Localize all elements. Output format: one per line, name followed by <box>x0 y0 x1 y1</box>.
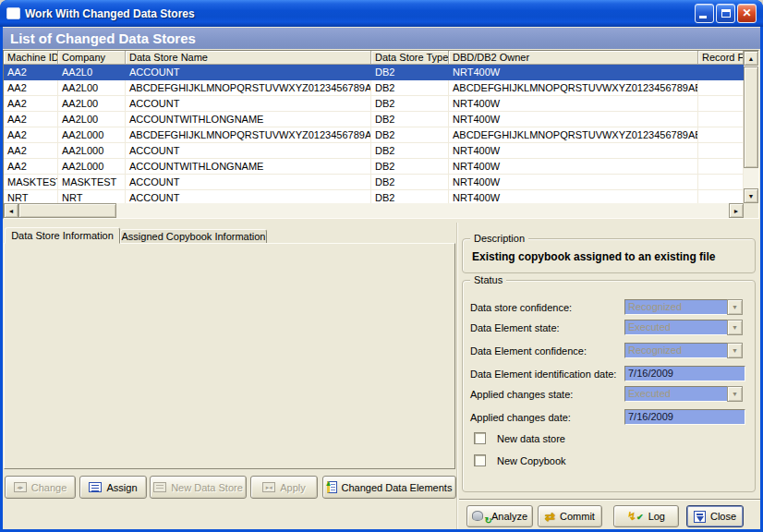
table-cell <box>698 127 744 142</box>
table-cell: DB2 <box>371 65 449 79</box>
minimize-button[interactable] <box>695 4 714 23</box>
scroll-up-button[interactable]: ▲ <box>744 51 758 66</box>
table-cell <box>698 143 744 158</box>
dropdown-arrow-icon: ▼ <box>727 320 743 335</box>
table-cell: DB2 <box>371 112 449 127</box>
scroll-down-button[interactable]: ▼ <box>744 188 758 203</box>
close-dialog-button[interactable]: Close <box>686 505 744 527</box>
tab-assigned-copybook-information[interactable]: Assigned Copybook Information <box>120 229 267 244</box>
analyze-icon: ↻ <box>472 511 487 523</box>
column-header[interactable]: Machine ID <box>4 51 58 64</box>
commit-button[interactable]: ⇄ Commit <box>538 505 602 527</box>
table-cell: AA2 <box>4 112 58 127</box>
client-area: List of Changed Data Stores Machine IDCo… <box>3 27 760 529</box>
log-button[interactable]: ↯✔ Log <box>613 505 679 527</box>
data-element-identification-date-field[interactable]: 7/16/2009 <box>624 366 745 381</box>
data-element-identification-date-label: Data Element identification date: <box>470 369 616 380</box>
column-header[interactable]: DBD/DB2 Owner <box>449 51 698 64</box>
arrow-up-icon: ▲ <box>748 55 755 62</box>
data-element-confidence-label: Data Element confidence: <box>470 345 587 357</box>
close-dialog-icon <box>694 511 706 523</box>
table-row[interactable]: AA2AA2L00ACCOUNTDB2NRT400W <box>4 96 744 112</box>
new-data-store-button-label: New Data Store <box>171 482 243 493</box>
scrollbar-corner <box>744 203 758 218</box>
table-cell: DB2 <box>371 159 449 174</box>
table-cell: DB2 <box>371 175 449 189</box>
table-cell: MASKTEST <box>4 175 58 189</box>
table-cell: AA2 <box>4 96 58 111</box>
app-window: Work With Changed Data Stores ✕ List of … <box>0 0 763 532</box>
table-cell: AA2 <box>4 65 58 79</box>
change-button: ◂▸ Change <box>5 476 76 499</box>
table-cell <box>698 96 744 111</box>
table-cell: NRT400W <box>449 175 698 189</box>
table-cell <box>698 65 744 79</box>
table-cell: DB2 <box>371 80 449 95</box>
horizontal-scroll-thumb[interactable] <box>18 203 116 218</box>
column-header[interactable]: Company <box>58 51 126 64</box>
data-store-confidence-combo: Recognized ▼ <box>624 299 743 315</box>
analyze-button[interactable]: ↻ Analyze <box>466 505 533 527</box>
table-cell: NRT400W <box>449 143 698 158</box>
assign-button-label: Assign <box>106 482 137 493</box>
data-element-confidence-combo: Recognized ▼ <box>624 343 743 358</box>
arrow-right-icon: ► <box>733 208 740 214</box>
changed-data-elements-button-label: Changed Data Elements <box>342 482 453 493</box>
arrow-down-icon: ▼ <box>748 193 755 200</box>
column-header[interactable]: Data Store Name <box>126 51 371 64</box>
status-group: Status Data store confidence: Recognized… <box>462 280 756 492</box>
table-row[interactable]: AA2AA2L000ACCOUNTDB2NRT400W <box>4 143 744 159</box>
table-cell <box>698 190 744 203</box>
change-button-label: Change <box>31 482 67 493</box>
scroll-left-button[interactable]: ◄ <box>4 203 18 218</box>
vertical-scroll-thumb[interactable] <box>744 66 758 168</box>
table-cell: ABCDEFGHIJKLMNOPQRSTUVWXYZ0123456789ABI <box>449 127 698 142</box>
new-copybook-checkbox[interactable] <box>474 454 486 466</box>
table-row[interactable]: MASKTESTMASKTESTACCOUNTDB2NRT400W <box>4 175 744 190</box>
data-element-state-combo: Executed ▼ <box>624 320 743 335</box>
app-icon <box>6 7 20 19</box>
scroll-right-button[interactable]: ► <box>729 203 744 218</box>
analyze-button-label: Analyze <box>491 511 527 522</box>
horizontal-scrollbar[interactable]: ◄ ► <box>4 203 744 218</box>
titlebar[interactable]: Work With Changed Data Stores ✕ <box>0 0 763 27</box>
panel-divider <box>456 223 458 529</box>
table-row[interactable]: AA2AA2L0ACCOUNTDB2NRT400W <box>4 65 744 80</box>
table-row[interactable]: AA2AA2L000ABCDEFGHIJKLMNOPQRSTUVWXYZ0123… <box>4 127 744 143</box>
table-cell <box>698 175 744 189</box>
maximize-button[interactable] <box>716 4 735 23</box>
table-row[interactable]: AA2AA2L00ABCDEFGHIJKLMNOPQRSTUVWXYZ01234… <box>4 80 744 96</box>
table-cell: ABCDEFGHIJKLMNOPQRSTUVWXYZ0123456789ABI <box>126 127 371 142</box>
apply-icon: ▸◂ <box>262 482 275 492</box>
table-row[interactable]: AA2AA2L000ACCOUNTWITHLONGNAMEDB2NRT400W <box>4 159 744 175</box>
description-title: Description <box>470 233 528 245</box>
table-cell: AA2 <box>4 143 58 158</box>
vertical-scrollbar[interactable]: ▲ ▼ <box>744 51 758 203</box>
assign-icon <box>89 482 102 492</box>
table-cell: ACCOUNTWITHLONGNAME <box>126 159 371 174</box>
table-cell: AA2L000 <box>58 159 126 174</box>
change-icon: ◂▸ <box>14 482 27 492</box>
column-header[interactable]: Data Store Type <box>371 51 449 64</box>
window-title: Work With Changed Data Stores <box>25 7 695 20</box>
new-data-store-checkbox[interactable] <box>474 432 486 444</box>
close-button[interactable]: ✕ <box>737 4 757 23</box>
table-row[interactable]: AA2AA2L00ACCOUNTWITHLONGNAMEDB2NRT400W <box>4 112 744 127</box>
table-cell: NRT400W <box>449 190 698 203</box>
tab-label: Data Store Information <box>11 230 114 241</box>
table-row[interactable]: NRTNRTACCOUNTDB2NRT400W <box>4 190 744 203</box>
applied-changes-date-field[interactable]: 7/16/2009 <box>624 409 745 425</box>
changed-data-elements-button[interactable]: ▲ Changed Data Elements <box>322 476 456 499</box>
data-element-state-value: Executed <box>624 320 727 335</box>
assign-button[interactable]: Assign <box>79 476 147 499</box>
table-cell: AA2 <box>4 159 58 174</box>
new-data-store-icon <box>153 482 166 492</box>
tab-data-store-information[interactable]: Data Store Information <box>5 227 120 244</box>
table-cell: NRT400W <box>449 65 698 79</box>
dropdown-arrow-icon: ▼ <box>727 386 743 402</box>
table-body: AA2AA2L0ACCOUNTDB2NRT400WAA2AA2L00ABCDEF… <box>4 65 744 203</box>
data-store-confidence-value: Recognized <box>624 299 727 315</box>
apply-button-label: Apply <box>280 482 306 493</box>
log-button-label: Log <box>648 511 665 522</box>
column-header[interactable]: Record Fo <box>698 51 744 64</box>
